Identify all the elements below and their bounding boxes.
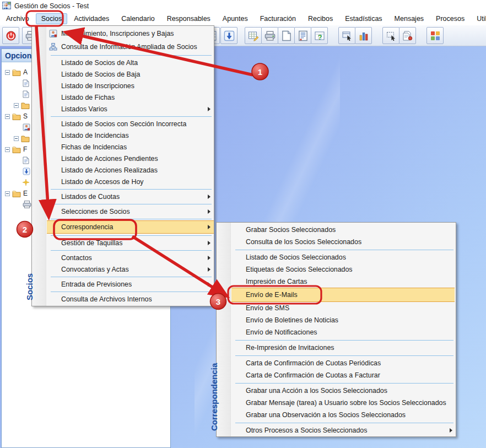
menu-item-correspondencia[interactable]: Correspondencia: [47, 220, 214, 234]
title-bar: Gestión de Socios - Test: [0, 0, 486, 12]
documents-mail-button[interactable]: [399, 27, 416, 44]
fax-button[interactable]: [261, 27, 278, 44]
menu-item[interactable]: Listado de Acciones Pendientes: [47, 153, 214, 164]
menu-item[interactable]: Envío de SMS: [231, 302, 456, 314]
sparkle-icon: [23, 179, 29, 186]
menu-item[interactable]: Listado de Acciones Realizadas: [47, 164, 214, 176]
folder-icon: [12, 146, 21, 153]
menubar-item-mensajes[interactable]: Mensajes: [389, 13, 430, 24]
menubar-item-calendario[interactable]: Calendario: [116, 13, 160, 24]
menubar-item-estadisticas[interactable]: Estadísticas: [339, 13, 387, 24]
menu-item[interactable]: Listado de Socios de Alta: [47, 57, 214, 68]
menubar-item-utilidades[interactable]: Utilidades: [471, 13, 486, 24]
menubar-item-socios[interactable]: Socios: [36, 13, 68, 24]
menu-item[interactable]: Listado de Accesos de Hoy: [47, 176, 214, 187]
collapse-icon[interactable]: [5, 191, 10, 196]
menu-item[interactable]: Carta de Confirmación de Cuotas Periódic…: [231, 357, 456, 369]
menu-item[interactable]: Listado de Socios de Baja: [47, 68, 214, 80]
menu-item[interactable]: Envío de Boletines de Noticias: [231, 314, 456, 326]
menu-item[interactable]: Fichas de Incidencias: [47, 141, 214, 153]
form-cursor-icon: [342, 30, 353, 41]
menu-item-taquillas[interactable]: Gestión de Taquillas: [47, 237, 214, 249]
menubar-item-apuntes[interactable]: Apuntes: [217, 13, 253, 24]
menu-item-otros-procesos[interactable]: Otros Procesos a Socios Seleccionados: [231, 424, 456, 436]
app-window: Gestión de Socios - Test Archivo Socios …: [0, 0, 486, 448]
socios-menu-strip-label: Socios: [25, 273, 34, 300]
menu-item[interactable]: Grabar Socios Seleccionados: [231, 224, 456, 236]
menu-item[interactable]: Listado de Socios con Sección Incorrecta: [47, 118, 214, 129]
menu-item-contactos[interactable]: Contactos: [47, 252, 214, 263]
menu-item-listados-varios[interactable]: Listados Varios: [47, 103, 214, 115]
document-icon: [23, 90, 29, 98]
menubar-item-recibos[interactable]: Recibos: [303, 13, 338, 24]
new-document-button[interactable]: [278, 27, 295, 44]
fax-printer-icon: [264, 31, 276, 41]
folder-icon: [21, 102, 30, 109]
person-icon: [23, 123, 30, 131]
menu-item[interactable]: Listado de Inscripciones: [47, 80, 214, 91]
menu-item-consulta-ampliada[interactable]: Consulta de Información Ampliada de Soci…: [47, 40, 214, 53]
folder-icon: [12, 190, 21, 197]
menu-item[interactable]: Grabar una Acción a los Socios Seleccion…: [231, 385, 456, 397]
report-list-icon: [298, 30, 308, 41]
menubar-item-responsables[interactable]: Responsables: [161, 13, 216, 24]
correspondencia-strip-label: Correspondencia: [209, 363, 219, 431]
document-icon: [23, 79, 29, 87]
correspondencia-strip: Correspondencia: [217, 223, 231, 436]
menubar-item-facturacion[interactable]: Facturación: [255, 13, 301, 24]
menu-item-envio-emails[interactable]: Envío de E-Mails: [231, 288, 455, 302]
menu-item[interactable]: Grabar Mensaje (tarea) a Usuario sobre l…: [231, 397, 456, 409]
printer-icon: [23, 201, 31, 208]
menu-item[interactable]: Impresión de Cartas: [231, 276, 456, 288]
menu-item-listados-cuotas[interactable]: Listados de Cuotas: [47, 191, 214, 202]
person-computer-icon: [49, 30, 57, 38]
menu-item-previsiones[interactable]: Entrada de Previsiones: [47, 278, 214, 290]
modules-button[interactable]: [426, 27, 444, 44]
download-button[interactable]: [220, 27, 237, 44]
menubar-item-procesos[interactable]: Procesos: [430, 13, 470, 24]
document-icon: [23, 156, 29, 164]
statistics-button[interactable]: [355, 27, 372, 44]
menu-item[interactable]: Etiquetas de Socios Seleccionados: [231, 263, 456, 276]
collapse-icon[interactable]: [5, 147, 10, 152]
collapse-icon[interactable]: [14, 103, 19, 108]
menu-item-convocatorias[interactable]: Convocatorias y Actas: [47, 263, 214, 275]
documents-mail-icon: [402, 30, 413, 41]
menu-item[interactable]: Listado de Socios Seleccionados: [231, 251, 456, 263]
menu-item[interactable]: Consulta de los Socios Seleccionados: [231, 236, 456, 248]
menu-item[interactable]: Listado de Incidencias: [47, 129, 214, 141]
menu-item-mantenimiento[interactable]: Mantenimiento, Inscripciones y Bajas: [47, 27, 214, 40]
socios-menu: Socios Mantenimiento, Inscripciones y Ba…: [31, 25, 214, 306]
report-button[interactable]: [294, 27, 311, 44]
selection-cursor-icon: [386, 30, 397, 41]
calendar-question-icon: ?: [314, 30, 325, 41]
window-title: Gestión de Socios - Test: [14, 2, 89, 10]
menu-item[interactable]: Re-Impresión de Invitaciones: [231, 342, 456, 354]
download-arrow-icon: [224, 30, 235, 41]
menu-item[interactable]: Listado de Fichas: [47, 91, 214, 103]
download-arrow-icon: [23, 168, 30, 175]
svg-text:?: ?: [318, 34, 322, 41]
folder-icon: [21, 135, 30, 142]
selection-process-button[interactable]: [382, 27, 399, 44]
menu-item[interactable]: Carta de Confirmación de Cuotas a Factur…: [231, 369, 456, 381]
table-edit-button[interactable]: [245, 27, 262, 44]
correspondencia-submenu: Correspondencia Grabar Socios Selecciona…: [216, 222, 456, 437]
collapse-icon[interactable]: [14, 136, 19, 141]
power-icon: [6, 30, 17, 41]
folder-icon: [12, 69, 21, 76]
exit-button[interactable]: [2, 27, 19, 44]
menu-item[interactable]: Envío de Notificaciones: [231, 326, 456, 338]
org-chart-icon: [49, 43, 57, 51]
collapse-icon[interactable]: [5, 70, 10, 75]
menu-item-archivos-internos[interactable]: Consulta de Archivos Internos: [47, 293, 214, 305]
form-select-button[interactable]: [338, 27, 355, 44]
consulta-button[interactable]: ?: [311, 27, 328, 44]
menu-item-selecciones[interactable]: Selecciones de Socios: [47, 206, 214, 217]
collapse-icon[interactable]: [5, 114, 10, 119]
menu-item[interactable]: Grabar una Observación a los Socios Sele…: [231, 409, 456, 421]
app-icon: [2, 2, 11, 10]
menubar-item-actividades[interactable]: Actividades: [68, 13, 115, 24]
menubar-item-archivo[interactable]: Archivo: [1, 13, 35, 24]
blank-document-icon: [282, 30, 291, 41]
